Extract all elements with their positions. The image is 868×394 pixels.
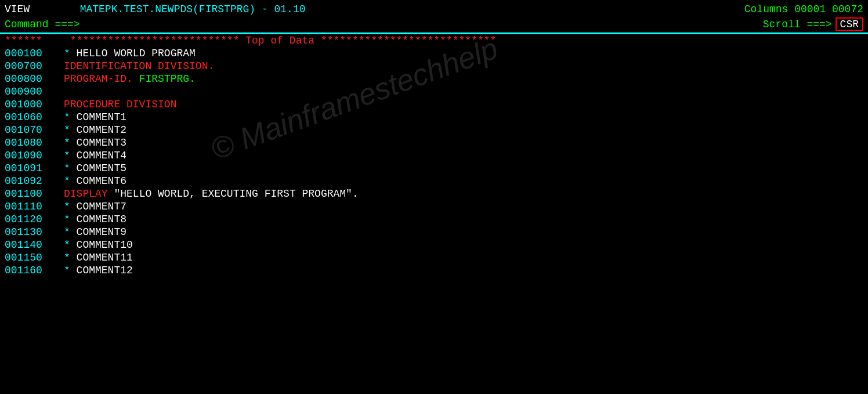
top-of-data-linenum: ****** (0, 35, 64, 46)
line-content: PROCEDURE DIVISION (64, 99, 176, 110)
table-row: 001070* COMMENT2 (0, 124, 868, 136)
line-number: 000800 (0, 73, 64, 85)
line-number: 001160 (0, 265, 64, 276)
line-content: * COMMENT5 (64, 162, 126, 174)
line-number: 001070 (0, 124, 64, 136)
line-content: * COMMENT11 (64, 252, 133, 263)
table-row: 000700 IDENTIFICATION DIVISION. (0, 60, 868, 73)
table-row: 001091* COMMENT5 (0, 162, 868, 175)
table-row: 001000 PROCEDURE DIVISION (0, 98, 868, 111)
line-content: * COMMENT2 (64, 124, 126, 136)
table-row: 001100 DISPLAY "HELLO WORLD, EXECUTING F… (0, 187, 868, 200)
line-number: 001140 (0, 239, 64, 251)
table-row: 001140* COMMENT10 (0, 238, 868, 251)
scroll-label: Scroll ===> (763, 19, 832, 30)
table-row: 001060* COMMENT1 (0, 111, 868, 124)
line-content: * COMMENT6 (64, 175, 126, 187)
line-content: DISPLAY "HELLO WORLD, EXECUTING FIRST PR… (64, 188, 359, 200)
line-number: 001130 (0, 226, 64, 238)
columns-info: Columns 00001 00072 (744, 3, 863, 15)
line-content: * COMMENT4 (64, 150, 126, 161)
header-row2: Command ===> Scroll ===> CSR (0, 16, 868, 32)
table-row: 001090* COMMENT4 (0, 149, 868, 162)
line-number: 000100 (0, 48, 64, 59)
header-title-left: VIEW MATEPK.TEST.NEWPDS(FIRSTPRG) - 01.1… (5, 3, 306, 15)
line-number: 001080 (0, 137, 64, 149)
table-row: 000900 (0, 85, 868, 98)
line-content: * COMMENT9 (64, 226, 126, 238)
top-of-data-text: *************************** Top of Data … (64, 35, 496, 46)
line-content: * COMMENT7 (64, 201, 126, 212)
header-row1: VIEW MATEPK.TEST.NEWPDS(FIRSTPRG) - 01.1… (0, 0, 868, 16)
csr-box[interactable]: CSR (836, 17, 863, 31)
line-number: 001092 (0, 175, 64, 187)
line-number: 001091 (0, 162, 64, 174)
table-row: 000100* HELLO WORLD PROGRAM (0, 47, 868, 60)
table-row: 001110* COMMENT7 (0, 200, 868, 213)
mainframe-screen: VIEW MATEPK.TEST.NEWPDS(FIRSTPRG) - 01.1… (0, 0, 868, 394)
table-row: 001160* COMMENT12 (0, 264, 868, 277)
table-row: 001150* COMMENT11 (0, 251, 868, 264)
table-row: 000800 PROGRAM-ID. FIRSTPRG. (0, 73, 868, 85)
file-title: MATEPK.TEST.NEWPDS(FIRSTPRG) - 01.10 (80, 3, 306, 15)
line-number: 001120 (0, 214, 64, 225)
table-row: 001092* COMMENT6 (0, 175, 868, 187)
line-content: * HELLO WORLD PROGRAM (64, 48, 196, 59)
line-content: PROGRAM-ID. FIRSTPRG. (64, 73, 196, 85)
line-content: * COMMENT10 (64, 239, 133, 251)
line-content: * COMMENT12 (64, 265, 133, 276)
top-of-data-line: ****** *************************** Top o… (0, 34, 868, 47)
line-content: * COMMENT3 (64, 137, 126, 149)
line-number: 000700 (0, 60, 64, 72)
line-number: 001090 (0, 150, 64, 161)
line-number: 001150 (0, 252, 64, 263)
line-content: * COMMENT1 (64, 111, 126, 123)
code-area: 000100* HELLO WORLD PROGRAM000700 IDENTI… (0, 47, 868, 277)
line-content: IDENTIFICATION DIVISION. (64, 60, 214, 72)
line-number: 000900 (0, 86, 64, 97)
line-content: * COMMENT8 (64, 214, 126, 225)
command-label[interactable]: Command ===> (5, 19, 80, 30)
table-row: 001120* COMMENT8 (0, 213, 868, 226)
line-number: 001110 (0, 201, 64, 212)
line-number: 001100 (0, 188, 64, 200)
line-number: 001060 (0, 111, 64, 123)
table-row: 001130* COMMENT9 (0, 226, 868, 238)
table-row: 001080* COMMENT3 (0, 136, 868, 149)
scroll-area: Scroll ===> CSR (763, 17, 863, 31)
line-number: 001000 (0, 99, 64, 110)
view-label: VIEW (5, 3, 30, 15)
